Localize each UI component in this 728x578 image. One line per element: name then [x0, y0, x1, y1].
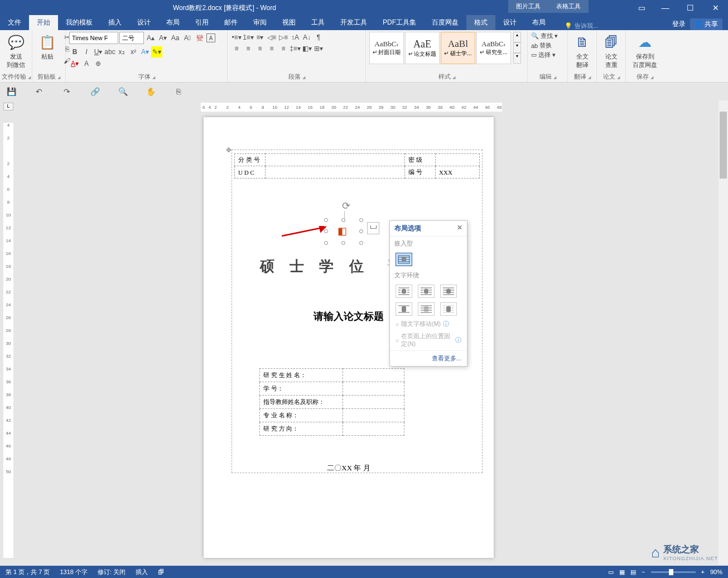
styles-gallery[interactable]: AaBbC‹↵ 封面日期 AaE↵ 论文标题 AaBl↵ 硕士学... AaBb… [369, 32, 511, 64]
scroll-thumb[interactable] [720, 112, 727, 179]
cell-class-label[interactable]: 分 类 号 [235, 154, 266, 166]
info-icon-2[interactable]: ⓘ [455, 336, 461, 344]
table-tools-tab[interactable]: 表格工具 [548, 0, 589, 13]
view-print-icon[interactable]: ▦ [619, 569, 625, 576]
thesis-check-button[interactable]: 🗐 论文 查重 [600, 32, 622, 71]
show-marks-icon[interactable]: ¶ [313, 32, 324, 43]
font-color-icon[interactable]: A▾ [69, 58, 80, 69]
field-direction[interactable]: 研 究 方 向： [260, 422, 343, 436]
handle-ne[interactable] [359, 218, 363, 222]
view-read-icon[interactable]: ▭ [608, 569, 614, 576]
cell-secret-val[interactable] [436, 154, 480, 166]
decrease-font-icon[interactable]: A▾ [157, 32, 168, 44]
style-scroll[interactable]: ▴▾▾ [513, 32, 521, 64]
status-insert[interactable]: 插入 [136, 568, 148, 576]
align-right-icon[interactable]: ≡ [254, 43, 266, 54]
line-spacing-icon[interactable]: ‡≡▾ [290, 43, 301, 54]
tab-table-layout[interactable]: 布局 [524, 15, 553, 30]
popup-close-icon[interactable]: ✕ [457, 224, 462, 233]
handle-s[interactable] [341, 241, 345, 245]
tab-format[interactable]: 格式 [466, 15, 495, 30]
share-button[interactable]: 👤 共享 [690, 18, 722, 30]
status-page[interactable]: 第 1 页，共 7 页 [6, 568, 50, 576]
cell-udc-label[interactable]: U D C [235, 166, 266, 179]
info-icon-1[interactable]: ⓘ [443, 320, 449, 328]
ruler-corner[interactable]: L [3, 103, 13, 110]
save-icon[interactable]: 💾 [6, 86, 17, 97]
field-advisor[interactable]: 指导教师姓名及职称： [260, 396, 343, 409]
zoom-in-icon[interactable]: + [701, 569, 705, 575]
date-line[interactable]: 二〇XX 年 月 [204, 463, 494, 473]
wrap-front[interactable] [440, 302, 457, 316]
tab-insert[interactable]: 插入 [100, 15, 129, 30]
wrap-topbottom[interactable] [396, 302, 412, 316]
wrap-through[interactable] [440, 285, 457, 298]
char-border-icon[interactable]: A [206, 33, 215, 42]
qat-5-icon[interactable]: 🔍 [117, 86, 128, 97]
wrap-behind[interactable] [418, 302, 435, 316]
distribute-icon[interactable]: ≡ [278, 43, 289, 54]
vertical-ruler[interactable]: 4224681012141618202224262830323436384042… [3, 123, 13, 558]
maximize-icon[interactable]: ☐ [678, 0, 703, 16]
send-to-wechat-button[interactable]: 💬 发送 到微信 [3, 32, 28, 71]
tab-review[interactable]: 审阅 [245, 15, 274, 30]
tab-pdf[interactable]: PDF工具集 [375, 15, 424, 30]
text-effect-icon[interactable]: A▾ [139, 46, 151, 57]
align-left-icon[interactable]: ≡ [231, 43, 242, 54]
tab-mail[interactable]: 邮件 [216, 15, 245, 30]
info-table[interactable]: 研 究 生 姓 名： 学 号： 指导教师姓名及职称： 专 业 名 称： 研 究 … [259, 368, 404, 436]
cell-num-label[interactable]: 编 号 [405, 166, 436, 179]
view-web-icon[interactable]: ▤ [630, 569, 636, 576]
handle-n[interactable] [341, 218, 345, 222]
select-button[interactable]: ▭选择 ▾ [531, 51, 564, 59]
handle-nw[interactable] [324, 218, 328, 222]
tab-tools[interactable]: 工具 [303, 15, 332, 30]
tab-home[interactable]: 开始 [29, 15, 58, 30]
strike-icon[interactable]: abc [104, 46, 115, 57]
field-major[interactable]: 专 业 名 称： [260, 409, 343, 422]
tab-dev[interactable]: 开发工具 [332, 15, 375, 30]
enclose-char-icon[interactable]: ⊕ [93, 58, 104, 69]
multilevel-icon[interactable]: ≡▾ [254, 32, 266, 43]
phonetic-icon[interactable]: 變 [194, 32, 205, 44]
status-track[interactable]: 修订: 关闭 [98, 568, 126, 576]
underline-icon[interactable]: U▾ [93, 46, 104, 57]
field-name[interactable]: 研 究 生 姓 名： [260, 369, 343, 382]
find-button[interactable]: 🔍查找 ▾ [531, 32, 564, 40]
save-baidu-button[interactable]: ☁ 保存到 百度网盘 [629, 32, 660, 71]
shading-icon[interactable]: ◧▾ [301, 43, 312, 54]
increase-indent-icon[interactable]: ▷≡ [278, 32, 289, 43]
zoom-out-icon[interactable]: − [642, 569, 645, 575]
cell-num-val[interactable]: XXX [436, 166, 480, 179]
zoom-value[interactable]: 90% [710, 569, 722, 575]
char-shading-icon[interactable]: A [81, 58, 92, 69]
qat-4-icon[interactable]: 🔗 [89, 86, 100, 97]
handle-sw[interactable] [324, 241, 328, 245]
see-more-link[interactable]: 查看更多... [432, 355, 461, 362]
increase-font-icon[interactable]: A▴ [145, 32, 156, 44]
font-size-select[interactable]: 二号 [119, 32, 144, 44]
replace-button[interactable]: ab替换 [531, 41, 564, 50]
cell-class-val[interactable] [266, 154, 405, 166]
decrease-indent-icon[interactable]: ◁≡ [266, 32, 277, 43]
font-name-select[interactable]: Times New F [69, 32, 118, 44]
handle-se[interactable] [359, 241, 363, 245]
tab-view[interactable]: 视图 [274, 15, 303, 30]
style-item-0[interactable]: AaBbC‹↵ 封面日期 [369, 32, 404, 64]
wrap-square[interactable] [396, 285, 412, 298]
sort-icon[interactable]: A↓ [301, 32, 312, 43]
qat-7-icon[interactable]: ⎘ [173, 86, 184, 97]
translate-button[interactable]: 🗎 全文 翻译 [571, 32, 593, 71]
selected-image[interactable]: ◧ [326, 220, 361, 243]
superscript-icon[interactable]: x² [128, 46, 139, 57]
style-item-2[interactable]: AaBl↵ 硕士学... [441, 32, 475, 64]
tab-references[interactable]: 引用 [187, 15, 216, 30]
ribbon-options-icon[interactable]: ▭ [630, 0, 653, 16]
wrap-inline[interactable] [396, 253, 412, 266]
rotate-handle-icon[interactable]: ⟳ [342, 200, 350, 212]
status-words[interactable]: 1318 个字 [60, 568, 88, 576]
status-extra-icon[interactable]: 🗐 [158, 569, 164, 575]
field-id[interactable]: 学 号： [260, 382, 343, 396]
tab-file[interactable]: 文件 [0, 15, 29, 30]
style-item-1[interactable]: AaE↵ 论文标题 [405, 32, 440, 64]
